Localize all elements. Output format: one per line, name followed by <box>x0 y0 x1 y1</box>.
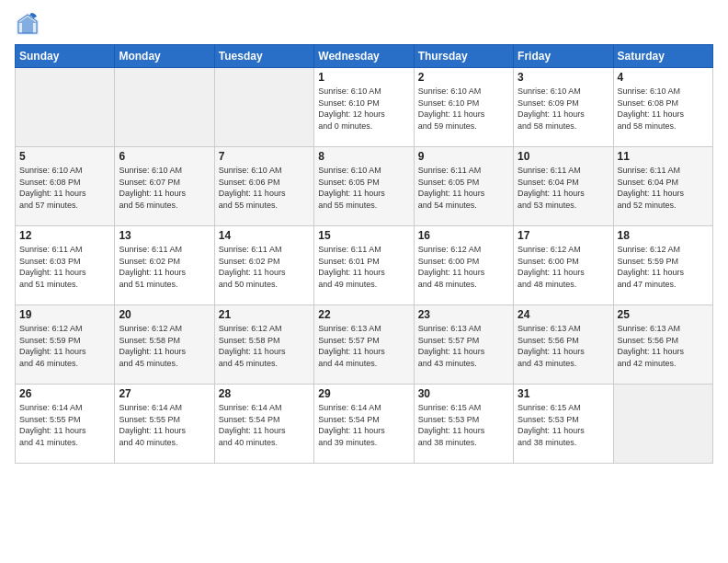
day-info: Sunrise: 6:10 AMSunset: 6:10 PMDaylight:… <box>318 86 409 132</box>
day-info-line: and 38 minutes. <box>518 438 576 447</box>
day-number: 25 <box>618 308 709 321</box>
day-info-line: Sunrise: 6:10 AM <box>318 166 381 175</box>
page: SundayMondayTuesdayWednesdayThursdayFrid… <box>0 0 728 563</box>
day-number: 28 <box>219 387 310 400</box>
day-info-line: Sunrise: 6:13 AM <box>518 324 581 333</box>
day-info-line: Sunrise: 6:15 AM <box>518 403 581 412</box>
day-info-line: Daylight: 11 hours <box>318 347 385 356</box>
calendar-table: SundayMondayTuesdayWednesdayThursdayFrid… <box>15 44 713 464</box>
day-info-line: Daylight: 11 hours <box>618 109 685 119</box>
day-info-line: Daylight: 11 hours <box>219 268 286 277</box>
day-info-line: Sunset: 6:06 PM <box>219 178 280 187</box>
day-info-line: Daylight: 11 hours <box>518 347 585 356</box>
day-info: Sunrise: 6:14 AMSunset: 5:55 PMDaylight:… <box>19 402 110 448</box>
day-info-line: Daylight: 11 hours <box>318 268 385 277</box>
day-number: 26 <box>19 387 110 400</box>
day-number: 15 <box>318 229 409 242</box>
day-info-line: Sunrise: 6:14 AM <box>19 403 83 412</box>
day-info-line: and 48 minutes. <box>518 280 576 289</box>
day-number: 7 <box>219 150 310 163</box>
day-info-line: and 58 minutes. <box>518 121 576 131</box>
day-number: 18 <box>618 229 709 242</box>
calendar-cell: 24Sunrise: 6:13 AMSunset: 5:56 PMDayligh… <box>514 305 613 385</box>
day-info-line: Sunrise: 6:14 AM <box>219 403 282 412</box>
day-info-line: Sunrise: 6:12 AM <box>119 324 182 333</box>
day-info: Sunrise: 6:13 AMSunset: 5:56 PMDaylight:… <box>618 323 709 369</box>
day-info-line: Daylight: 11 hours <box>219 189 286 198</box>
day-info-line: and 47 minutes. <box>618 280 677 289</box>
day-number: 29 <box>318 387 409 400</box>
day-info-line: Daylight: 11 hours <box>219 347 286 356</box>
day-info-line: Daylight: 11 hours <box>518 268 585 277</box>
day-number: 23 <box>418 308 509 321</box>
weekday-header: Sunday <box>16 45 115 68</box>
weekday-header-row: SundayMondayTuesdayWednesdayThursdayFrid… <box>16 45 713 68</box>
weekday-header: Thursday <box>414 45 513 68</box>
calendar-cell: 18Sunrise: 6:12 AMSunset: 5:59 PMDayligh… <box>613 226 712 305</box>
day-info-line: Sunset: 6:04 PM <box>618 178 679 187</box>
day-info-line: Sunrise: 6:15 AM <box>418 403 482 412</box>
day-info: Sunrise: 6:13 AMSunset: 5:57 PMDaylight:… <box>418 323 509 369</box>
day-info-line: and 41 minutes. <box>19 438 78 447</box>
day-info-line: Sunset: 5:53 PM <box>518 415 579 424</box>
day-number: 5 <box>19 150 110 163</box>
day-number: 20 <box>119 308 210 321</box>
day-info-line: Sunset: 5:53 PM <box>418 415 480 424</box>
calendar-week-row: 1Sunrise: 6:10 AMSunset: 6:10 PMDaylight… <box>16 68 713 147</box>
day-info: Sunrise: 6:10 AMSunset: 6:08 PMDaylight:… <box>19 165 110 211</box>
day-info: Sunrise: 6:14 AMSunset: 5:54 PMDaylight:… <box>318 402 409 448</box>
day-number: 14 <box>219 229 310 242</box>
day-info-line: and 42 minutes. <box>618 359 677 368</box>
calendar-cell: 6Sunrise: 6:10 AMSunset: 6:07 PMDaylight… <box>115 147 214 226</box>
day-info-line: Sunset: 6:10 PM <box>418 98 480 108</box>
day-info-line: Daylight: 11 hours <box>618 347 685 356</box>
day-info-line: Daylight: 11 hours <box>518 426 585 435</box>
day-info-line: Daylight: 11 hours <box>418 347 485 356</box>
day-info: Sunrise: 6:13 AMSunset: 5:56 PMDaylight:… <box>518 323 609 369</box>
day-info-line: Sunrise: 6:11 AM <box>618 166 681 175</box>
day-info-line: and 52 minutes. <box>618 201 677 210</box>
calendar-cell: 13Sunrise: 6:11 AMSunset: 6:02 PMDayligh… <box>115 226 214 305</box>
day-number: 24 <box>518 308 609 321</box>
day-info-line: Sunset: 6:10 PM <box>318 98 380 108</box>
day-info: Sunrise: 6:12 AMSunset: 6:00 PMDaylight:… <box>518 244 609 290</box>
day-info-line: Sunset: 6:09 PM <box>518 98 579 108</box>
calendar-cell: 9Sunrise: 6:11 AMSunset: 6:05 PMDaylight… <box>414 147 513 226</box>
day-info-line: Sunrise: 6:11 AM <box>518 166 581 175</box>
logo <box>15 11 44 37</box>
day-info-line: and 56 minutes. <box>119 201 177 210</box>
calendar-cell: 30Sunrise: 6:15 AMSunset: 5:53 PMDayligh… <box>414 385 513 464</box>
day-info-line: and 57 minutes. <box>19 201 78 210</box>
day-info-line: Sunset: 5:58 PM <box>219 336 280 345</box>
day-info: Sunrise: 6:12 AMSunset: 6:00 PMDaylight:… <box>418 244 509 290</box>
day-info-line: Sunset: 5:58 PM <box>119 336 180 345</box>
day-info-line: and 43 minutes. <box>518 359 576 368</box>
day-info-line: Daylight: 11 hours <box>318 189 385 198</box>
day-info-line: Sunrise: 6:12 AM <box>618 245 681 254</box>
day-info-line: Daylight: 11 hours <box>318 426 385 435</box>
day-info-line: Sunrise: 6:10 AM <box>318 86 381 96</box>
day-info-line: Sunrise: 6:10 AM <box>418 86 482 96</box>
calendar-cell: 16Sunrise: 6:12 AMSunset: 6:00 PMDayligh… <box>414 226 513 305</box>
day-number: 21 <box>219 308 310 321</box>
day-info: Sunrise: 6:15 AMSunset: 5:53 PMDaylight:… <box>518 402 609 448</box>
calendar-cell <box>16 68 115 147</box>
calendar-cell: 15Sunrise: 6:11 AMSunset: 6:01 PMDayligh… <box>314 226 414 305</box>
day-info: Sunrise: 6:11 AMSunset: 6:02 PMDaylight:… <box>219 244 310 290</box>
day-info: Sunrise: 6:11 AMSunset: 6:01 PMDaylight:… <box>318 244 409 290</box>
calendar-cell <box>115 68 214 147</box>
day-info-line: Sunrise: 6:11 AM <box>19 245 83 254</box>
day-info: Sunrise: 6:14 AMSunset: 5:55 PMDaylight:… <box>119 402 210 448</box>
day-info: Sunrise: 6:11 AMSunset: 6:02 PMDaylight:… <box>119 244 210 290</box>
calendar-week-row: 12Sunrise: 6:11 AMSunset: 6:03 PMDayligh… <box>16 226 713 305</box>
calendar-cell <box>214 68 313 147</box>
day-info-line: and 50 minutes. <box>219 280 278 289</box>
day-info-line: and 48 minutes. <box>418 280 477 289</box>
day-info: Sunrise: 6:12 AMSunset: 5:59 PMDaylight:… <box>618 244 709 290</box>
day-info: Sunrise: 6:11 AMSunset: 6:03 PMDaylight:… <box>19 244 110 290</box>
day-info-line: Daylight: 11 hours <box>19 268 86 277</box>
day-info-line: Sunset: 6:07 PM <box>119 178 180 187</box>
day-info-line: Sunrise: 6:13 AM <box>318 324 381 333</box>
day-info-line: and 55 minutes. <box>318 201 377 210</box>
calendar-cell: 4Sunrise: 6:10 AMSunset: 6:08 PMDaylight… <box>613 68 712 147</box>
